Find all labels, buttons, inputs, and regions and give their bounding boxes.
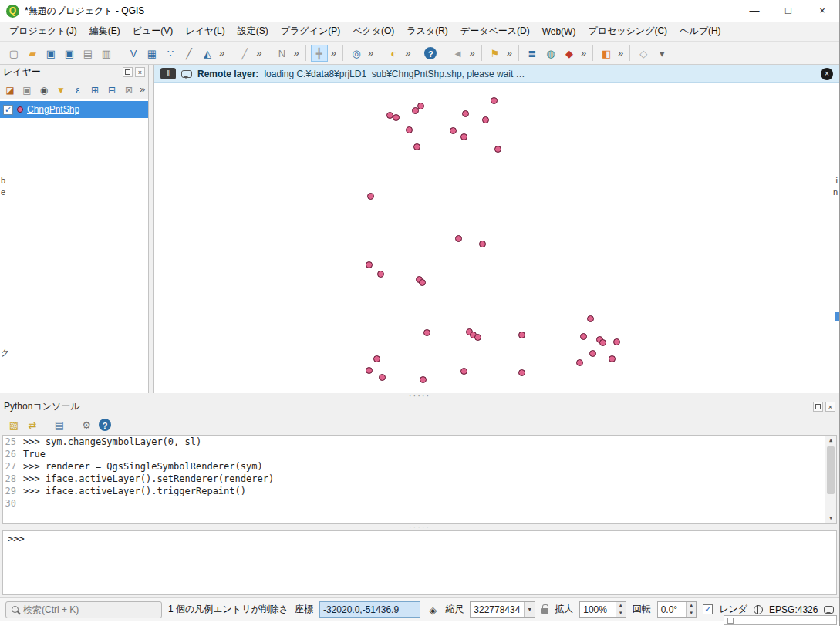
identify-icon[interactable]: ◎ bbox=[348, 45, 365, 62]
scale-dropdown-icon[interactable]: ▼ bbox=[524, 602, 535, 617]
advanced-digitizing-icon[interactable]: ◭ bbox=[199, 45, 216, 62]
open-project-icon[interactable]: ▰ bbox=[24, 45, 41, 62]
save-project-icon[interactable]: ▣ bbox=[42, 45, 59, 62]
remove-layer-icon[interactable]: ⊠ bbox=[121, 82, 137, 97]
maximize-button[interactable]: □ bbox=[771, 0, 805, 22]
import-class-icon[interactable]: ⇄ bbox=[24, 416, 41, 433]
console-scrollbar[interactable]: ▲ ▼ bbox=[825, 436, 836, 523]
crs-value[interactable]: EPSG:4326 bbox=[769, 604, 818, 615]
minimize-button[interactable]: — bbox=[737, 0, 771, 22]
pan-tool-icon[interactable]: ╋ bbox=[311, 45, 328, 62]
scroll-up-icon[interactable]: ▲ bbox=[825, 436, 836, 446]
float-console-icon[interactable] bbox=[813, 402, 823, 412]
map-canvas[interactable]: ‖ Remote layer: loading C:¥data8¥prjLD1_… bbox=[153, 65, 839, 393]
map-point bbox=[420, 376, 427, 383]
metasearch-icon[interactable]: ◍ bbox=[542, 45, 559, 62]
menu-item-layer[interactable]: レイヤ(L) bbox=[179, 22, 231, 41]
close-button[interactable]: × bbox=[805, 0, 839, 22]
locator-search[interactable] bbox=[5, 601, 162, 618]
console-input[interactable]: >>> bbox=[2, 530, 837, 595]
manage-map-themes-icon[interactable]: ◉ bbox=[36, 82, 52, 97]
layer-checkbox[interactable]: ✓ bbox=[3, 105, 13, 115]
save-project-as-icon[interactable]: ▣ bbox=[61, 45, 78, 62]
toolbar-overflow-chevron[interactable]: » bbox=[467, 47, 477, 59]
scale-combobox[interactable]: 322778434 ▼ bbox=[470, 601, 535, 618]
chevron-down-icon[interactable]: ▾ bbox=[653, 45, 670, 62]
scrollbar-thumb[interactable] bbox=[827, 446, 835, 494]
menu-item-help[interactable]: ヘルプ(H) bbox=[673, 22, 727, 41]
run-action-icon[interactable]: ◐ bbox=[385, 45, 402, 62]
filter-legend-icon[interactable]: ▼ bbox=[53, 82, 69, 97]
toolbar-overflow-chevron[interactable]: » bbox=[616, 47, 626, 59]
misc-tool-icon[interactable]: ◇ bbox=[635, 45, 652, 62]
menu-item-vector[interactable]: ベクタ(O) bbox=[346, 22, 400, 41]
extents-icon[interactable]: ◈ bbox=[427, 601, 438, 618]
magnifier-spin-arrows[interactable]: ▲▼ bbox=[616, 602, 626, 617]
menu-item-settings[interactable]: 設定(S) bbox=[231, 22, 275, 41]
menu-item-view[interactable]: ビュー(V) bbox=[127, 22, 180, 41]
menu-item-edit[interactable]: 編集(E) bbox=[83, 22, 127, 41]
select-features-icon[interactable]: ◄ bbox=[449, 45, 466, 62]
console-options-icon[interactable]: ⚙ bbox=[78, 416, 95, 433]
render-checkbox[interactable]: ✓ bbox=[703, 604, 713, 614]
open-layer-styling-icon[interactable]: ◪ bbox=[2, 82, 18, 97]
toolbar-overflow-chevron[interactable]: » bbox=[137, 83, 147, 95]
python-console-title: Pythonコンソール bbox=[4, 400, 79, 413]
search-input[interactable] bbox=[23, 604, 147, 615]
console-input-splitter[interactable]: ····· bbox=[0, 524, 839, 530]
vertex-tool-icon[interactable]: V bbox=[125, 45, 142, 62]
console-output[interactable]: 25>>> sym.changeSymbolLayer(0, sl)26True… bbox=[2, 435, 837, 524]
rotation-spinbox[interactable]: 0.0° ▲▼ bbox=[657, 601, 697, 618]
processing-icon[interactable]: ◆ bbox=[561, 45, 578, 62]
lock-scale-icon[interactable] bbox=[541, 608, 548, 614]
scroll-down-icon[interactable]: ▼ bbox=[825, 513, 836, 523]
map-point bbox=[423, 329, 430, 336]
plugin-tool-icon[interactable]: ◧ bbox=[598, 45, 615, 62]
toolbar-overflow-chevron[interactable]: » bbox=[504, 47, 514, 59]
expand-all-icon[interactable]: ⊞ bbox=[87, 82, 103, 97]
collapse-all-icon[interactable]: ⊟ bbox=[104, 82, 120, 97]
toolbar-overflow-chevron[interactable]: » bbox=[254, 47, 264, 59]
toolbar-overflow-chevron[interactable]: » bbox=[579, 47, 589, 59]
close-panel-icon[interactable]: × bbox=[135, 67, 145, 77]
layout-manager-icon[interactable]: ▥ bbox=[98, 45, 115, 62]
clipped-checkbox[interactable] bbox=[727, 618, 734, 624]
menu-item-processing[interactable]: プロセッシング(C) bbox=[582, 22, 673, 41]
map-console-splitter[interactable]: ····· bbox=[0, 393, 839, 399]
menu-item-raster[interactable]: ラスタ(R) bbox=[400, 22, 454, 41]
float-panel-icon[interactable] bbox=[123, 67, 133, 77]
pause-icon[interactable]: ‖ bbox=[160, 68, 176, 79]
expression-filter-icon[interactable]: ε bbox=[70, 82, 86, 97]
add-group-icon[interactable]: ▣ bbox=[19, 82, 35, 97]
tracing-icon[interactable]: ∵ bbox=[162, 45, 179, 62]
close-console-icon[interactable]: × bbox=[825, 402, 835, 412]
toolbar-overflow-chevron[interactable]: » bbox=[366, 47, 376, 59]
new-print-layout-icon[interactable]: ▤ bbox=[79, 45, 96, 62]
layer-name[interactable]: ChngPntShp bbox=[27, 104, 79, 115]
new-project-icon[interactable]: ▢ bbox=[5, 45, 22, 62]
menu-item-project[interactable]: プロジェクト(J) bbox=[3, 22, 83, 41]
layer-item[interactable]: ✓ ChngPntShp bbox=[0, 101, 148, 118]
menu-item-web[interactable]: Web(W) bbox=[536, 23, 582, 40]
menu-item-database[interactable]: データベース(D) bbox=[454, 22, 536, 41]
snapping-icon[interactable]: ▦ bbox=[143, 45, 160, 62]
magnifier-spinbox[interactable]: 100% ▲▼ bbox=[579, 601, 626, 618]
labels-icon[interactable]: ⚑ bbox=[487, 45, 504, 62]
rotation-spin-arrows[interactable]: ▲▼ bbox=[686, 602, 696, 617]
toolbar-overflow-chevron[interactable]: » bbox=[217, 47, 227, 59]
toggle-editing-icon[interactable]: ╱ bbox=[236, 45, 253, 62]
message-bar-close-icon[interactable]: × bbox=[821, 68, 833, 80]
digitizing-pencil-icon[interactable]: ╱ bbox=[180, 45, 197, 62]
log-messages-icon[interactable] bbox=[824, 606, 834, 614]
toolbar-overflow-chevron[interactable]: » bbox=[329, 47, 339, 59]
clear-console-icon[interactable]: ▧ bbox=[5, 416, 22, 433]
help-icon[interactable]: ? bbox=[424, 47, 437, 59]
toolbar-overflow-chevron[interactable]: » bbox=[403, 47, 413, 59]
show-editor-icon[interactable]: ▤ bbox=[51, 416, 68, 433]
coordinate-input[interactable]: -32020.0,-51436.9 bbox=[319, 601, 420, 618]
console-help-icon[interactable]: ? bbox=[99, 419, 111, 431]
menu-item-plugins[interactable]: プラグイン(P) bbox=[275, 22, 346, 41]
database-icon[interactable]: ≣ bbox=[524, 45, 541, 62]
measure-icon[interactable]: N bbox=[273, 45, 290, 62]
toolbar-overflow-chevron[interactable]: » bbox=[291, 47, 301, 59]
